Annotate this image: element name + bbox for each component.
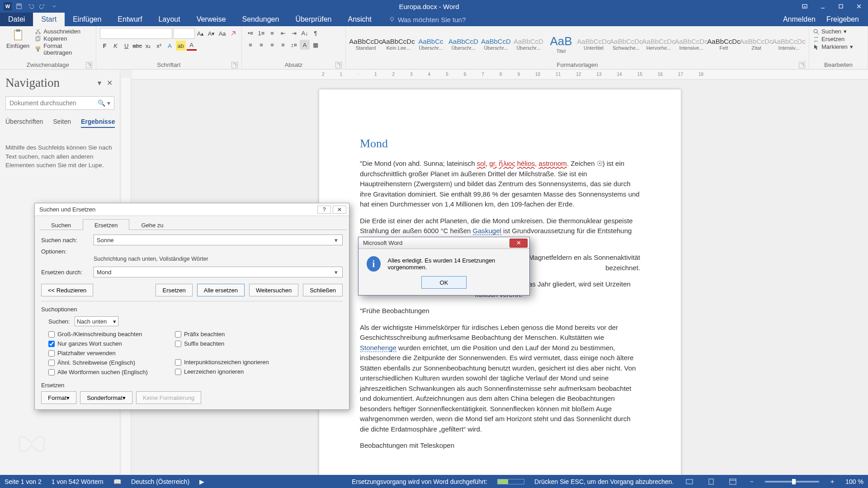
- align-right-icon[interactable]: ≡: [267, 40, 277, 50]
- replace-one-button[interactable]: Ersetzen: [156, 284, 192, 296]
- find-next-button[interactable]: Weitersuchen: [249, 284, 298, 296]
- print-layout-icon[interactable]: [705, 477, 717, 486]
- text-effects-icon[interactable]: A: [165, 41, 175, 51]
- font-dialog-launcher[interactable]: [231, 62, 238, 68]
- font-size-input[interactable]: [173, 28, 195, 39]
- justify-icon[interactable]: ≡: [278, 40, 288, 50]
- nav-dropdown-icon[interactable]: ▾: [96, 79, 103, 87]
- chevron-down-icon[interactable]: ▾: [332, 269, 340, 276]
- select-button[interactable]: Markieren ▾: [813, 43, 853, 50]
- nav-close-icon[interactable]: ✕: [105, 79, 114, 87]
- replace-input[interactable]: Mond▾: [94, 267, 343, 277]
- msgbox-titlebar[interactable]: Microsoft Word ✕: [359, 237, 529, 249]
- tab-file[interactable]: Datei: [0, 13, 33, 26]
- cb-wildcards[interactable]: Platzhalter verwenden: [48, 350, 148, 357]
- cut-button[interactable]: Ausschneiden: [35, 28, 92, 35]
- minimize-icon[interactable]: [814, 0, 832, 13]
- highlight-icon[interactable]: ab: [176, 41, 186, 51]
- copy-button[interactable]: Kopieren: [35, 35, 92, 42]
- search-dir-select[interactable]: Nach unten▾: [75, 316, 119, 326]
- ok-button[interactable]: OK: [421, 276, 467, 289]
- replace-all-button[interactable]: Alle ersetzen: [197, 284, 245, 296]
- paste-button[interactable]: Einfügen: [4, 28, 32, 50]
- status-page[interactable]: Seite 1 von 2: [5, 478, 42, 485]
- cb-prefix[interactable]: Präfix beachten: [175, 331, 269, 338]
- tab-gehezu[interactable]: Gehe zu: [129, 219, 175, 230]
- special-button[interactable]: Sonderformat ▾: [80, 391, 132, 404]
- subscript-button[interactable]: x₂: [143, 41, 153, 51]
- cb-ignore-punct[interactable]: Interpunktionszeichen ignorieren: [175, 359, 269, 366]
- save-icon[interactable]: [14, 2, 24, 11]
- cb-whole-word[interactable]: Nur ganzes Wort suchen: [48, 340, 148, 347]
- read-mode-icon[interactable]: [684, 477, 695, 486]
- redo-icon[interactable]: [38, 2, 47, 11]
- font-family-input[interactable]: [100, 28, 172, 39]
- strikethrough-button[interactable]: abc: [132, 41, 142, 51]
- horizontal-ruler[interactable]: 21·123456789101112131415161718: [132, 70, 868, 80]
- tab-entwurf[interactable]: Entwurf: [109, 13, 150, 26]
- signin-link[interactable]: Anmelden: [783, 15, 816, 23]
- maximize-icon[interactable]: [832, 0, 850, 13]
- dialog-help-icon[interactable]: ?: [317, 206, 331, 214]
- change-case-icon[interactable]: Aa: [217, 28, 227, 38]
- cb-sounds-like[interactable]: Ähnl. Schreibweise (Englisch): [48, 359, 148, 366]
- bullets-icon[interactable]: •≡: [245, 28, 255, 38]
- less-button[interactable]: << Reduzieren: [41, 284, 93, 296]
- decrease-indent-icon[interactable]: ⇤: [278, 28, 288, 38]
- tab-ansicht[interactable]: Ansicht: [340, 13, 379, 26]
- status-words[interactable]: 1 von 542 Wörtern: [52, 478, 104, 485]
- show-marks-icon[interactable]: ¶: [311, 28, 321, 38]
- cb-ignore-space[interactable]: Leerzeichen ignorieren: [175, 368, 269, 375]
- italic-button[interactable]: K: [111, 41, 121, 51]
- decrease-font-icon[interactable]: A▾: [207, 28, 217, 38]
- borders-icon[interactable]: ▦: [311, 40, 321, 50]
- web-layout-icon[interactable]: [727, 477, 739, 486]
- shading-icon[interactable]: A: [300, 40, 310, 50]
- nav-tab-pages[interactable]: Seiten: [53, 118, 71, 128]
- close-button[interactable]: Schließen: [303, 284, 343, 296]
- tab-layout[interactable]: Layout: [151, 13, 189, 26]
- nav-tab-results[interactable]: Ergebnisse: [81, 118, 115, 128]
- close-icon[interactable]: [850, 0, 868, 13]
- tab-ueberpruefen[interactable]: Überprüfen: [287, 13, 340, 26]
- find-button[interactable]: Suchen ▾: [813, 28, 853, 35]
- clipboard-dialog-launcher[interactable]: [86, 62, 92, 68]
- cb-suffix[interactable]: Suffix beachten: [175, 340, 269, 347]
- align-left-icon[interactable]: ≡: [245, 40, 255, 50]
- font-color-icon[interactable]: A: [187, 41, 197, 51]
- styles-gallery[interactable]: AaBbCcDcStandard AaBbCcDcKein Lee... AaB…: [349, 28, 805, 60]
- tab-ersetzen[interactable]: Ersetzen: [83, 219, 129, 230]
- msgbox-close-icon[interactable]: ✕: [509, 239, 528, 248]
- paragraph-dialog-launcher[interactable]: [335, 62, 342, 68]
- sort-icon[interactable]: A↓: [300, 28, 310, 38]
- superscript-button[interactable]: x²: [154, 41, 164, 51]
- zoom-in-icon[interactable]: ＋: [829, 478, 835, 486]
- tab-sendungen[interactable]: Sendungen: [234, 13, 288, 26]
- cb-match-case[interactable]: Groß-/Kleinschreibung beachten: [48, 331, 148, 338]
- underline-button[interactable]: U: [122, 41, 132, 51]
- increase-font-icon[interactable]: A▴: [196, 28, 206, 38]
- replace-button[interactable]: Ersetzen: [813, 36, 853, 42]
- undo-icon[interactable]: [26, 2, 35, 11]
- multilevel-list-icon[interactable]: ≡: [267, 28, 277, 38]
- dialog-close-icon[interactable]: ✕: [333, 206, 346, 214]
- nav-tab-headings[interactable]: Überschriften: [5, 118, 43, 128]
- tab-verweise[interactable]: Verweise: [189, 13, 234, 26]
- status-lang[interactable]: Deutsch (Österreich): [131, 478, 189, 485]
- zoom-slider[interactable]: [765, 481, 819, 483]
- cb-word-forms[interactable]: Alle Wortformen suchen (Englisch): [48, 369, 148, 375]
- numbering-icon[interactable]: 1≡: [256, 28, 266, 38]
- macro-icon[interactable]: ▶: [199, 478, 204, 485]
- format-button[interactable]: Format ▾: [41, 391, 76, 404]
- tab-einfuegen[interactable]: Einfügen: [65, 13, 109, 26]
- ribbon-display-options-icon[interactable]: [796, 0, 814, 13]
- qat-customize-icon[interactable]: [50, 2, 59, 11]
- line-spacing-icon[interactable]: ↕≡: [289, 40, 299, 50]
- tab-suchen[interactable]: Suchen: [39, 219, 83, 230]
- zoom-out-icon[interactable]: －: [749, 478, 755, 486]
- tell-me[interactable]: Was möchten Sie tun?: [380, 13, 783, 26]
- zoom-value[interactable]: 100 %: [845, 478, 863, 485]
- tab-start[interactable]: Start: [33, 13, 65, 26]
- increase-indent-icon[interactable]: ⇥: [289, 28, 299, 38]
- find-input[interactable]: Sonne▾: [94, 235, 343, 245]
